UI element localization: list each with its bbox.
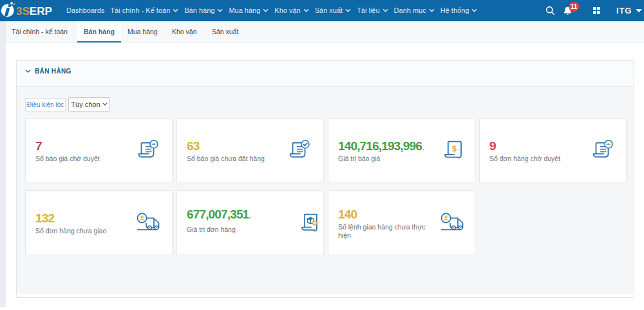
svg-text:$: $ <box>452 144 457 153</box>
